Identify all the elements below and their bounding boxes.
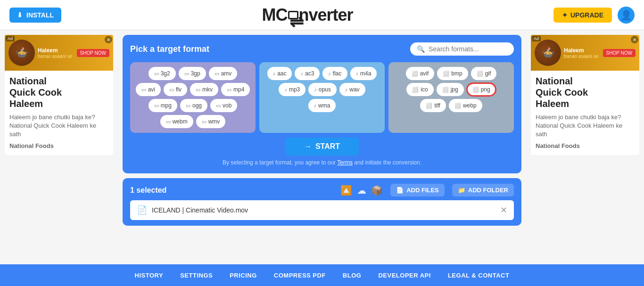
haleem-brand-left: Haleem bbox=[38, 47, 77, 54]
format-flv[interactable]: ▭flv bbox=[164, 83, 187, 96]
format-png[interactable]: ⬜png bbox=[467, 83, 496, 96]
add-files-button[interactable]: 📄 ADD FILES bbox=[390, 184, 445, 196]
terms-suffix: and initiate the conversion. bbox=[354, 159, 421, 166]
install-button[interactable]: ⬇ INSTALL bbox=[9, 8, 61, 23]
format-amv[interactable]: ▭amv bbox=[209, 67, 238, 80]
image-icon-gif: ⬜ bbox=[477, 71, 483, 77]
format-avif[interactable]: ⬜avif bbox=[406, 67, 435, 80]
format-picker-header: Pick a target format 🔍 bbox=[130, 42, 514, 56]
format-webp[interactable]: ⬜webp bbox=[449, 99, 482, 112]
video-icon-3g2: ▭ bbox=[154, 71, 159, 77]
format-gif[interactable]: ⬜gif bbox=[471, 67, 497, 80]
format-ico[interactable]: ⬜ico bbox=[406, 83, 433, 96]
left-ad-content: NationalQuick CookHaleem Haleem jo bane … bbox=[5, 71, 113, 155]
dropbox-icon[interactable]: 📦 bbox=[371, 185, 383, 196]
format-ac3[interactable]: ♪ac3 bbox=[295, 67, 320, 80]
format-sections: ▭3g2 ▭3gp ▭amv ▭avi ▭flv ▭mkv ▭mp4 ▭mpg … bbox=[130, 62, 514, 133]
upgrade-button[interactable]: ✦ UPGRADE bbox=[553, 8, 612, 23]
google-drive-icon[interactable]: 🔼 bbox=[340, 185, 352, 196]
user-avatar[interactable]: 👤 bbox=[618, 7, 635, 24]
right-ad-extra: National Foods bbox=[536, 142, 635, 150]
video-icon-flv: ▭ bbox=[169, 87, 174, 93]
logo-nverter: nverter bbox=[299, 5, 353, 25]
terms-text: By selecting a target format, you agree … bbox=[223, 159, 421, 166]
header-right: ✦ UPGRADE 👤 bbox=[553, 7, 635, 24]
format-mpg[interactable]: ▭mpg bbox=[149, 99, 177, 112]
file-type-icon: 📄 bbox=[137, 205, 147, 215]
user-icon: 👤 bbox=[620, 9, 632, 21]
footer-pricing[interactable]: PRICING bbox=[230, 272, 257, 279]
format-avi[interactable]: ▭avi bbox=[136, 83, 161, 96]
right-ad-desc: Haleem jo bane chutki baja ke? National … bbox=[536, 113, 635, 139]
haleem-shop-btn-right[interactable]: SHOP NOW bbox=[603, 49, 636, 57]
terms-prefix: By selecting a target format, you agree … bbox=[223, 159, 336, 166]
format-wmv[interactable]: ▭wmv bbox=[196, 115, 226, 128]
format-mkv[interactable]: ▭mkv bbox=[190, 83, 218, 96]
left-ad-close[interactable]: ✕ bbox=[105, 36, 112, 43]
image-icon-ico: ⬜ bbox=[412, 87, 419, 93]
footer-settings[interactable]: SETTINGS bbox=[180, 272, 213, 279]
haleem-sub-left: banao asaani se bbox=[38, 54, 77, 59]
format-wma[interactable]: ♪wma bbox=[308, 99, 336, 112]
add-folder-button[interactable]: 📁 ADD FOLDER bbox=[452, 184, 514, 196]
upgrade-label: UPGRADE bbox=[570, 11, 603, 19]
right-ad: Ad ✕ 🍲 Haleem banao asaani se SHOP NOW N… bbox=[531, 35, 639, 155]
right-ad-close[interactable]: ✕ bbox=[631, 36, 638, 43]
file-selector: 1 selected 🔼 ☁ 📦 📄 ADD FILES 📁 ADD FOLDE… bbox=[123, 178, 521, 226]
footer-legal-contact[interactable]: LEGAL & CONTACT bbox=[448, 272, 510, 279]
footer-history[interactable]: HISTORY bbox=[135, 272, 164, 279]
left-ad-desc: Haleem jo bane chutki baja ke? National … bbox=[9, 113, 108, 139]
footer-blog[interactable]: BLOG bbox=[343, 272, 362, 279]
format-tiff[interactable]: ⬜tiff bbox=[420, 99, 446, 112]
format-wav[interactable]: ♪wav bbox=[339, 83, 365, 96]
haleem-text-left: Haleem banao asaani se bbox=[35, 47, 77, 59]
image-format-grid: ⬜avif ⬜bmp ⬜gif ⬜ico ⬜jpg ⬜png ⬜tiff ⬜we… bbox=[393, 67, 509, 112]
audio-icon-opus: ♪ bbox=[314, 87, 317, 92]
content-area: Pick a target format 🔍 ▭3g2 ▭3gp ▭amv ▭a… bbox=[118, 30, 526, 264]
format-jpg[interactable]: ⬜jpg bbox=[437, 83, 464, 96]
format-aac[interactable]: ♪aac bbox=[267, 67, 292, 80]
search-box: 🔍 bbox=[410, 42, 514, 56]
haleem-brand-right: Haleem bbox=[564, 47, 603, 54]
video-icon-mp4: ▭ bbox=[227, 87, 231, 93]
format-opus[interactable]: ♪opus bbox=[308, 83, 337, 96]
video-section: ▭3g2 ▭3gp ▭amv ▭avi ▭flv ▭mkv ▭mp4 ▭mpg … bbox=[130, 62, 256, 133]
audio-icon-flac: ♪ bbox=[328, 71, 331, 76]
upgrade-icon: ✦ bbox=[562, 11, 568, 19]
right-ad-badge: Ad bbox=[532, 36, 541, 41]
format-mp3[interactable]: ♪mp3 bbox=[279, 83, 305, 96]
cloud-upload-icon[interactable]: ☁ bbox=[357, 185, 366, 196]
format-m4a[interactable]: ♪m4a bbox=[350, 67, 377, 80]
video-icon-3gp: ▭ bbox=[184, 71, 189, 77]
ad-badge: Ad bbox=[6, 36, 15, 41]
main-layout: Ad ✕ 🍲 Haleem banao asaani se SHOP NOW N… bbox=[0, 30, 644, 264]
footer-compress-pdf[interactable]: COMPRESS PDF bbox=[274, 272, 326, 279]
logo: MC⇌nverter bbox=[262, 5, 353, 25]
left-ad-title: NationalQuick CookHaleem bbox=[9, 75, 108, 109]
format-ogg[interactable]: ▭ogg bbox=[180, 99, 207, 112]
format-picker: Pick a target format 🔍 ▭3g2 ▭3gp ▭amv ▭a… bbox=[123, 35, 521, 173]
format-flac[interactable]: ♪flac bbox=[322, 67, 347, 80]
footer: HISTORY SETTINGS PRICING COMPRESS PDF BL… bbox=[0, 264, 644, 286]
search-input[interactable] bbox=[429, 45, 507, 53]
image-icon-webp: ⬜ bbox=[454, 103, 461, 109]
logo-mc: MC bbox=[262, 5, 288, 25]
haleem-bowl-left: 🍲 bbox=[8, 40, 35, 66]
audio-icon-aac: ♪ bbox=[273, 71, 276, 76]
video-icon-mpg: ▭ bbox=[154, 103, 159, 109]
image-icon-tiff: ⬜ bbox=[426, 103, 432, 109]
format-bmp[interactable]: ⬜bmp bbox=[437, 67, 468, 80]
haleem-shop-btn-left[interactable]: SHOP NOW bbox=[77, 49, 109, 57]
terms-link[interactable]: Terms bbox=[337, 159, 353, 166]
audio-format-grid: ♪aac ♪ac3 ♪flac ♪m4a ♪mp3 ♪opus ♪wav ♪wm… bbox=[264, 67, 380, 112]
format-3g2[interactable]: ▭3g2 bbox=[149, 67, 176, 80]
footer-developer-api[interactable]: DEVELOPER API bbox=[378, 272, 430, 279]
file-remove-button[interactable]: ✕ bbox=[500, 205, 507, 215]
start-button[interactable]: → START bbox=[285, 138, 359, 155]
left-ad-banner: Ad ✕ 🍲 Haleem banao asaani se SHOP NOW bbox=[5, 35, 113, 71]
format-webm[interactable]: ▭webm bbox=[160, 115, 193, 128]
format-vob[interactable]: ▭vob bbox=[210, 99, 237, 112]
format-3gp[interactable]: ▭3gp bbox=[179, 67, 206, 80]
format-mp4[interactable]: ▭mp4 bbox=[221, 83, 250, 96]
audio-icon-m4a: ♪ bbox=[356, 71, 359, 76]
